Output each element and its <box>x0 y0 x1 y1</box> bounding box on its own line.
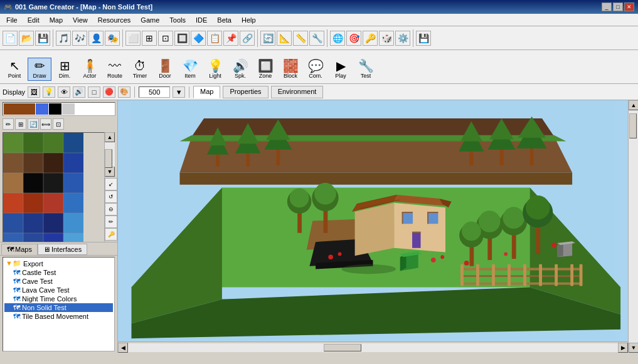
tile-0-3[interactable] <box>3 193 23 213</box>
tool-9[interactable]: 🔷 <box>191 31 206 46</box>
tool-4[interactable]: 🎭 <box>105 31 120 46</box>
tile-0-1[interactable] <box>3 153 23 173</box>
tile-scroll-down[interactable]: ▼ <box>105 167 115 177</box>
display-value-input[interactable] <box>139 86 170 98</box>
tool-8[interactable]: 🔲 <box>174 31 189 46</box>
tool-12[interactable]: 🔗 <box>240 31 255 46</box>
display-btn-1[interactable]: 🖼 <box>28 86 40 98</box>
menu-edit[interactable]: Edit <box>23 15 45 25</box>
menu-game[interactable]: Game <box>136 15 164 25</box>
tile-tool-b[interactable]: ↺ <box>105 190 117 203</box>
tile-1-4[interactable] <box>23 213 43 233</box>
tree-item-cave[interactable]: 🗺 Cave Test <box>4 277 113 286</box>
tab-interfaces[interactable]: 🖥 Interfaces <box>38 244 87 255</box>
menu-map[interactable]: Map <box>45 15 68 25</box>
display-btn-4[interactable]: 🔊 <box>73 86 85 98</box>
vscroll-up[interactable]: ▲ <box>629 100 638 110</box>
tile-3-3[interactable] <box>63 193 83 213</box>
scene-container[interactable] <box>118 100 628 341</box>
open-button[interactable]: 📂 <box>19 31 34 46</box>
tool-22[interactable]: 💾 <box>416 31 431 46</box>
menu-view[interactable]: View <box>68 15 93 25</box>
tool-draw[interactable]: ✏ Draw <box>28 58 51 81</box>
tree-item-lava[interactable]: 🗺 Lava Cave Test <box>4 286 113 294</box>
tool-play[interactable]: ▶ Play <box>329 58 353 81</box>
left-tool-flip[interactable]: ⊡ <box>53 118 64 130</box>
hscroll-right[interactable]: ▶ <box>618 343 628 353</box>
left-tool-select[interactable]: ⊞ <box>15 118 26 130</box>
tool-point[interactable]: ↖ Point <box>3 58 26 81</box>
tree-item-night[interactable]: 🗺 Night Time Colors <box>4 294 113 303</box>
display-btn-3[interactable]: 👁 <box>58 86 70 98</box>
tile-3-5[interactable] <box>63 233 83 242</box>
tool-11[interactable]: 📌 <box>223 31 238 46</box>
left-tool-mirror[interactable]: ⟺ <box>40 118 51 130</box>
tool-com[interactable]: 💬 Com. <box>304 58 327 81</box>
tile-2-1[interactable] <box>43 153 63 173</box>
menu-help[interactable]: Help <box>237 15 261 25</box>
tile-0-5[interactable] <box>3 233 23 242</box>
hscroll-track[interactable] <box>128 343 618 352</box>
tool-1[interactable]: 🎵 <box>56 31 71 46</box>
minimize-button[interactable]: _ <box>602 3 612 11</box>
display-dropdown[interactable]: ▼ <box>173 86 185 98</box>
tile-scroll-track[interactable] <box>105 142 115 167</box>
tool-18[interactable]: 🎯 <box>346 31 361 46</box>
tool-6[interactable]: ⊞ <box>142 31 157 46</box>
save-button[interactable]: 💾 <box>35 31 50 46</box>
tool-5[interactable]: ⬜ <box>125 31 141 46</box>
tab-properties[interactable]: Properties <box>223 86 268 98</box>
tool-16[interactable]: 🔧 <box>309 31 324 46</box>
vscroll-track[interactable] <box>629 110 638 343</box>
tile-2-0[interactable] <box>43 133 63 153</box>
tile-3-1[interactable] <box>63 153 83 173</box>
tile-tool-d[interactable]: ✏ <box>105 216 117 228</box>
tool-block[interactable]: 🧱 Block <box>279 58 302 81</box>
tree-root-export[interactable]: ▼📁 Export <box>4 259 113 268</box>
tile-tool-c[interactable]: ⊖ <box>105 203 117 216</box>
tab-environment[interactable]: Environment <box>271 86 324 98</box>
tab-map[interactable]: Map <box>193 86 220 98</box>
tile-2-3[interactable] <box>43 193 63 213</box>
tile-3-4[interactable] <box>63 213 83 233</box>
left-tool-rotate[interactable]: 🔄 <box>28 118 39 130</box>
tool-route[interactable]: 〰 Route <box>103 58 127 81</box>
tool-20[interactable]: 🎲 <box>379 31 394 46</box>
tile-grid[interactable] <box>3 132 105 242</box>
menu-file[interactable]: File <box>1 15 23 25</box>
maximize-button[interactable]: □ <box>613 3 623 11</box>
display-btn-color[interactable]: 🎨 <box>118 86 130 98</box>
tile-3-2[interactable] <box>63 173 83 193</box>
menu-ide[interactable]: IDE <box>191 15 212 25</box>
display-btn-6[interactable]: 🔴 <box>103 86 115 98</box>
tile-1-5[interactable] <box>23 233 43 242</box>
display-btn-5[interactable]: □ <box>88 86 100 98</box>
tool-15[interactable]: 📏 <box>293 31 308 46</box>
tool-10[interactable]: 📋 <box>207 31 222 46</box>
tile-0-2[interactable] <box>3 173 23 193</box>
tool-door[interactable]: 🚪 Door <box>153 58 177 81</box>
tool-21[interactable]: ⚙️ <box>395 31 410 46</box>
tool-item[interactable]: 💎 Item <box>178 58 202 81</box>
tool-13[interactable]: 🔄 <box>260 31 275 46</box>
tool-spk[interactable]: 🔊 Spk. <box>228 58 252 81</box>
tab-maps[interactable]: 🗺 Maps <box>1 244 38 255</box>
tool-7[interactable]: ⊡ <box>158 31 173 46</box>
tile-2-5[interactable] <box>43 233 63 242</box>
tile-0-0[interactable] <box>3 133 23 153</box>
tool-3[interactable]: 👤 <box>88 31 104 46</box>
display-btn-2[interactable]: 💡 <box>43 86 55 98</box>
tool-2[interactable]: 🎶 <box>72 31 87 46</box>
tree-item-tilebased[interactable]: 🗺 Tile Based Movement <box>4 312 113 321</box>
tool-14[interactable]: 📐 <box>277 31 292 46</box>
tree-item-castle[interactable]: 🗺 Castle Test <box>4 268 113 277</box>
tile-1-3[interactable] <box>23 193 43 213</box>
close-button[interactable]: ✕ <box>624 3 634 11</box>
tile-0-4[interactable] <box>3 213 23 233</box>
tile-1-2[interactable] <box>23 173 43 193</box>
tool-dim[interactable]: ⊞ Dim. <box>53 58 77 81</box>
tool-test[interactable]: 🔧 Test <box>354 58 378 81</box>
tile-3-0[interactable] <box>63 133 83 153</box>
tree-item-nonsolid[interactable]: 🗺 Non Solid Test <box>4 303 113 312</box>
tile-2-2[interactable] <box>43 173 63 193</box>
